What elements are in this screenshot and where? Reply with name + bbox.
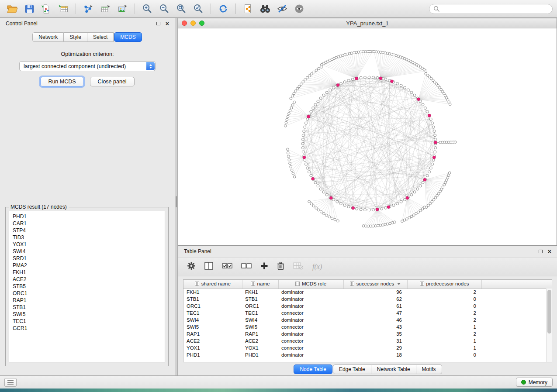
cell-shared-name[interactable]: SWI4 <box>183 316 242 323</box>
scrollbar-thumb[interactable] <box>547 290 551 334</box>
memory-button[interactable]: Memory <box>516 378 553 387</box>
import-table-button[interactable] <box>55 2 71 16</box>
mcds-result-item[interactable]: RAP1 <box>9 297 165 304</box>
mcds-result-item[interactable]: TID3 <box>9 234 165 241</box>
hide-selected-button[interactable] <box>274 2 290 16</box>
table-row[interactable]: TEC1TEC1connector472 <box>183 309 552 316</box>
cell-predecessor-nodes[interactable]: 0 <box>407 351 481 358</box>
refresh-view-button[interactable] <box>215 2 231 16</box>
table-scrollbar[interactable] <box>546 289 552 362</box>
tab-node-table[interactable]: Node Table <box>294 364 332 374</box>
cell-predecessor-nodes[interactable]: 0 <box>407 303 481 309</box>
criterion-select[interactable]: largest connected component (undirected) <box>19 61 156 71</box>
close-panel-button[interactable]: Close panel <box>90 77 135 86</box>
mcds-result-item[interactable]: PMA2 <box>9 262 165 269</box>
save-session-button[interactable] <box>21 2 37 16</box>
search-input[interactable] <box>442 6 548 12</box>
cell-mcds-role[interactable]: dominator <box>278 316 343 323</box>
mcds-result-item[interactable]: PHD1 <box>9 213 165 220</box>
cell-predecessor-nodes[interactable]: 2 <box>407 330 481 337</box>
network-window-titlebar[interactable]: YPA_prune.txt_1 <box>178 18 557 28</box>
cell-name[interactable]: ACE2 <box>242 337 278 344</box>
table-row[interactable]: RAP1RAP1dominator352 <box>183 330 552 337</box>
table-row[interactable]: FKH1FKH1dominator962 <box>183 289 552 296</box>
panel-splitter[interactable] <box>175 18 178 375</box>
cell-predecessor-nodes[interactable]: 2 <box>407 316 481 323</box>
mcds-result-item[interactable]: STB1 <box>9 304 165 311</box>
close-panel-icon[interactable]: × <box>166 21 169 26</box>
mcds-result-item[interactable]: STB5 <box>9 283 165 290</box>
cell-mcds-role[interactable]: connector <box>278 337 343 344</box>
tab-network[interactable]: Network <box>32 32 64 42</box>
mcds-result-item[interactable]: FKH1 <box>9 269 165 276</box>
run-mcds-button[interactable]: Run MCDS <box>40 77 83 86</box>
tab-motifs[interactable]: Motifs <box>416 364 442 374</box>
tab-mcds[interactable]: MCDS <box>114 32 142 42</box>
column-header-MCDS-role[interactable]: MCDS role <box>278 280 343 289</box>
table-row[interactable]: ORC1ORC1dominator610 <box>183 303 552 309</box>
search-network-button[interactable] <box>257 2 273 16</box>
cell-shared-name[interactable]: TEC1 <box>183 309 242 316</box>
cell-predecessor-nodes[interactable]: 2 <box>407 289 481 296</box>
tab-style[interactable]: Style <box>64 32 87 42</box>
cell-shared-name[interactable]: YOX1 <box>183 344 242 351</box>
mcds-result-item[interactable]: SWI5 <box>9 311 165 318</box>
cell-mcds-role[interactable]: connector <box>278 309 343 316</box>
mcds-result-item[interactable]: SRD1 <box>9 255 165 262</box>
cell-successor-nodes[interactable]: 31 <box>343 337 407 344</box>
tab-network-table[interactable]: Network Table <box>371 364 416 374</box>
cell-name[interactable]: FKH1 <box>242 289 278 296</box>
network-graph-canvas[interactable] <box>178 28 557 245</box>
table-row[interactable]: ACE2ACE2connector311 <box>183 337 552 344</box>
cell-shared-name[interactable]: ACE2 <box>183 337 242 344</box>
mcds-result-item[interactable]: YOX1 <box>9 241 165 248</box>
task-history-button[interactable] <box>4 378 17 387</box>
cell-shared-name[interactable]: ORC1 <box>183 303 242 309</box>
export-table-button[interactable] <box>97 2 113 16</box>
cell-mcds-role[interactable]: dominator <box>278 296 343 303</box>
cell-name[interactable]: YOX1 <box>242 344 278 351</box>
cell-name[interactable]: SWI4 <box>242 316 278 323</box>
cell-name[interactable]: ORC1 <box>242 303 278 309</box>
zoom-out-button[interactable] <box>156 2 172 16</box>
table-settings-button[interactable] <box>187 261 196 272</box>
cell-successor-nodes[interactable]: 35 <box>343 330 407 337</box>
cell-shared-name[interactable]: STB1 <box>183 296 242 303</box>
delete-columns-button[interactable] <box>277 261 284 272</box>
cell-successor-nodes[interactable]: 43 <box>343 323 407 330</box>
cell-successor-nodes[interactable]: 46 <box>343 316 407 323</box>
close-panel-icon[interactable]: × <box>548 249 551 254</box>
cell-shared-name[interactable]: SWI5 <box>183 323 242 330</box>
table-row[interactable]: PHD1PHD1dominator180 <box>183 351 552 358</box>
tab-select[interactable]: Select <box>87 32 114 42</box>
cell-mcds-role[interactable]: dominator <box>278 330 343 337</box>
import-network-button[interactable] <box>38 2 54 16</box>
mcds-result-list[interactable]: PHD1CAR1STP4TID3YOX1SWI4SRD1PMA2FKH1ACE2… <box>9 211 165 362</box>
show-view-button[interactable] <box>291 2 307 16</box>
column-header-predecessor-nodes[interactable]: predecessor nodes <box>407 280 481 289</box>
mcds-result-item[interactable]: ORC1 <box>9 290 165 297</box>
cell-name[interactable]: SWI5 <box>242 323 278 330</box>
table-row[interactable]: STB1STB1dominator620 <box>183 296 552 303</box>
zoom-in-button[interactable] <box>139 2 155 16</box>
column-header-successor-nodes[interactable]: successor nodes <box>343 280 407 289</box>
deselect-all-rows-button[interactable] <box>241 262 252 272</box>
mcds-result-item[interactable]: GCR1 <box>9 325 165 332</box>
table-row[interactable]: SWI5SWI5connector431 <box>183 323 552 330</box>
cell-predecessor-nodes[interactable]: 2 <box>407 309 481 316</box>
share-document-button[interactable] <box>240 2 256 16</box>
search-box[interactable] <box>429 4 553 14</box>
cell-name[interactable]: TEC1 <box>242 309 278 316</box>
tab-edge-table[interactable]: Edge Table <box>333 364 371 374</box>
cell-mcds-role[interactable]: dominator <box>278 289 343 296</box>
select-all-rows-button[interactable] <box>222 262 232 272</box>
column-visibility-button[interactable] <box>204 262 213 272</box>
float-window-icon[interactable] <box>156 22 160 25</box>
cell-name[interactable]: PHD1 <box>242 351 278 358</box>
cell-shared-name[interactable]: RAP1 <box>183 330 242 337</box>
column-header-shared-name[interactable]: shared name <box>183 280 242 289</box>
zoom-selected-button[interactable] <box>190 2 206 16</box>
cell-successor-nodes[interactable]: 47 <box>343 309 407 316</box>
mcds-result-item[interactable]: CAR1 <box>9 220 165 227</box>
mcds-result-item[interactable]: SWI4 <box>9 248 165 255</box>
